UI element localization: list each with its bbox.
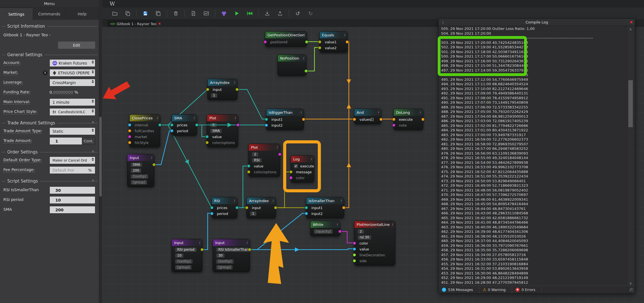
node-field[interactable]: 2: [252, 152, 258, 157]
menu-header[interactable]: Menu: [0, 0, 99, 8]
output-port-icon[interactable]: [345, 40, 349, 44]
save-button[interactable]: [141, 9, 150, 18]
input-port-icon[interactable]: [264, 40, 267, 44]
edit-button[interactable]: Edit: [58, 41, 95, 49]
node-SMA[interactable]: SMAipricesperiod: [172, 114, 197, 136]
node-field[interactable]: [group]: [216, 265, 233, 269]
node-header[interactable]: PlotHorizontalLinei: [354, 221, 395, 228]
node-field[interactable]: [group]: [175, 265, 191, 269]
output-port-icon[interactable]: [200, 248, 204, 251]
scroll-up-icon[interactable]: ∧: [628, 27, 633, 31]
sidebar-scrollbar-thumb[interactable]: [99, 117, 102, 197]
node-ArrayIndexBot[interactable]: ArrayIndexiinput1: [247, 197, 276, 218]
copy-button[interactable]: [153, 9, 163, 18]
node-header[interactable]: GetPositionDirectioni: [265, 32, 307, 38]
input-port-icon[interactable]: [245, 206, 248, 209]
input-port-icon[interactable]: [353, 247, 356, 251]
input-port-icon[interactable]: [353, 118, 356, 121]
node-info-icon[interactable]: i: [273, 199, 273, 203]
node-info-icon[interactable]: i: [247, 241, 247, 245]
market-info-icon[interactable]: i: [43, 70, 48, 75]
node-info-icon[interactable]: i: [341, 199, 342, 203]
input-port-icon[interactable]: [210, 206, 214, 209]
delete-button[interactable]: [171, 9, 181, 18]
output-port-icon[interactable]: [302, 118, 305, 121]
input-port-icon[interactable]: [392, 124, 396, 127]
node-header[interactable]: ArrayIndexi: [247, 197, 276, 204]
report-button[interactable]: [189, 9, 198, 18]
output-port-icon[interactable]: [342, 206, 345, 209]
node-PlotRSI[interactable]: Ploti2RSIvaluecolor/options: [248, 144, 280, 177]
node-header[interactable]: DoLongi: [394, 109, 423, 116]
account-select[interactable]: Kraken Futures: [49, 59, 95, 67]
compile-button[interactable]: [219, 9, 229, 18]
node-field[interactable]: 0: [210, 123, 217, 127]
node-field[interactable]: [tooltip]: [131, 174, 148, 179]
node-Equals[interactable]: Equalsivalue1value2: [319, 31, 347, 53]
input-port-icon[interactable]: [206, 88, 209, 91]
main-interval-select[interactable]: 1 minute: [49, 98, 95, 106]
node-info-icon[interactable]: i: [235, 116, 236, 120]
node-InputRSIPeriod[interactable]: InputiRSI period10[tooltip][group]: [172, 239, 202, 272]
node-header[interactable]: IsBiggerThani: [266, 109, 304, 116]
market-select[interactable]: ETH/USD (PERPE: [49, 69, 95, 77]
node-field[interactable]: 2: [358, 229, 364, 234]
rsi-period-input[interactable]: 10: [49, 196, 95, 204]
node-header[interactable]: Inputi: [172, 239, 202, 246]
node-info-icon[interactable]: i: [304, 33, 304, 37]
node-White[interactable]: Whitei[opacity]: [310, 221, 340, 236]
input-port-icon[interactable]: [170, 123, 174, 127]
node-info-icon[interactable]: i: [194, 116, 195, 120]
collapse-chevron-icon[interactable]: ∧: [92, 178, 94, 182]
output-port-icon[interactable]: [278, 153, 281, 156]
price-chart-style-select[interactable]: CandlestickHLC: [49, 108, 95, 116]
output-port-icon[interactable]: [305, 40, 308, 44]
trade-amount-type-select[interactable]: Static: [49, 127, 95, 135]
node-info-icon[interactable]: i: [234, 199, 235, 203]
output-port-icon[interactable]: [236, 123, 240, 127]
input-port-icon[interactable]: [128, 141, 131, 144]
undo-button[interactable]: ↺: [293, 9, 302, 18]
input-port-icon[interactable]: [305, 206, 308, 209]
input-port-icon[interactable]: [265, 124, 268, 127]
node-info-icon[interactable]: i: [392, 222, 393, 226]
tab-help[interactable]: Help: [66, 8, 99, 20]
output-port-icon[interactable]: [158, 123, 162, 127]
output-port-icon[interactable]: [274, 206, 277, 209]
chart-button[interactable]: [202, 9, 211, 18]
tab-settings[interactable]: Settings: [0, 8, 33, 20]
node-GetPositionDirection[interactable]: GetPositionDirectionipositionId: [265, 31, 307, 47]
input-port-icon[interactable]: [353, 242, 356, 245]
duplicate-button[interactable]: [123, 9, 132, 18]
output-port-icon[interactable]: [379, 118, 383, 121]
log-scrollbar-thumb[interactable]: [628, 80, 633, 127]
node-RSI[interactable]: RSIipricesperiod: [212, 197, 237, 218]
node-header[interactable]: Inputi: [127, 154, 154, 161]
node-ClosePrices[interactable]: ClosePricesiintervalfullCandlesmarkethlc…: [129, 114, 160, 147]
node-InputSMA[interactable]: InputiSMA200[tooltip][group]: [127, 154, 154, 187]
node-field[interactable]: [tooltip]: [175, 259, 193, 264]
node-header[interactable]: IsSmallerThani: [306, 197, 344, 204]
sidebar-scrollbar[interactable]: [99, 0, 102, 303]
output-port-icon[interactable]: [338, 230, 342, 233]
input-port-icon[interactable]: [247, 170, 250, 174]
node-PlotSMA[interactable]: Ploti0SMAvaluecolor/options: [207, 114, 238, 147]
node-info-icon[interactable]: i: [300, 110, 301, 114]
fee-percentage-input[interactable]: Default Fee %: [49, 166, 95, 174]
collapse-chevron-icon[interactable]: ∧: [92, 120, 94, 124]
collapse-chevron-icon[interactable]: ∧: [92, 149, 94, 153]
compile-log-header[interactable]: ⋮ Compile Log ✖: [439, 19, 635, 26]
input-port-icon[interactable]: [128, 135, 131, 138]
output-port-icon[interactable]: [248, 248, 251, 251]
node-info-icon[interactable]: i: [277, 145, 278, 149]
node-IsSmallerThan[interactable]: IsSmallerThaniinput1input2: [306, 197, 344, 218]
node-field[interactable]: RSI IsSmallerThan: [216, 248, 251, 252]
node-field[interactable]: [tooltip]: [216, 259, 234, 264]
node-header[interactable]: ClosePricesi: [130, 115, 160, 121]
node-header[interactable]: Ploti: [207, 115, 238, 121]
input-port-icon[interactable]: [128, 123, 131, 127]
node-info-icon[interactable]: i: [199, 241, 200, 245]
tab-close-icon[interactable]: ✖: [158, 22, 161, 26]
input-port-icon[interactable]: [128, 129, 131, 132]
node-info-icon[interactable]: i: [344, 33, 345, 37]
